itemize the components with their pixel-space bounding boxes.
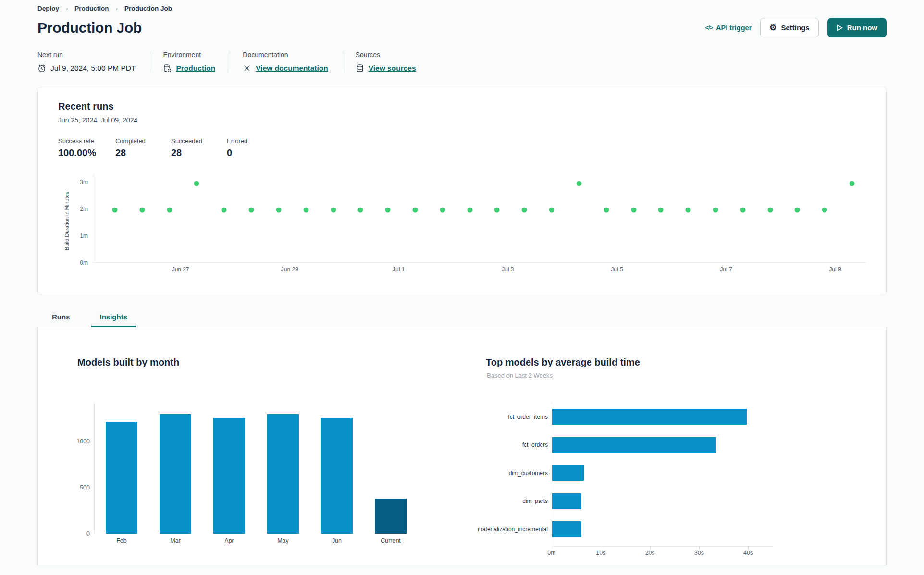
bar-chart-x-label: Mar [170,538,181,544]
run-data-point[interactable] [658,207,664,212]
build-duration-chart: Build Duration in Minutes 0m1m2m3m Jun 2… [58,174,866,281]
model-bar[interactable] [552,465,584,481]
view-documentation-link[interactable]: View documentation [256,64,328,73]
recent-runs-title: Recent runs [58,101,866,112]
stat-completed: Completed 28 [115,137,152,159]
run-data-point[interactable] [549,207,554,212]
page-header: Deploy › Production › Production Job Pro… [0,0,924,73]
breadcrumb-deploy[interactable]: Deploy [37,5,59,12]
run-data-point[interactable] [467,207,472,212]
run-data-point[interactable] [494,207,500,212]
run-data-point[interactable] [167,207,172,212]
bar-chart-x-label: Apr [224,538,234,544]
view-sources-link[interactable]: View sources [369,64,416,73]
api-trigger-link[interactable]: </> API trigger [705,24,752,32]
model-bar[interactable] [552,409,747,425]
run-data-point[interactable] [249,207,254,212]
scatter-x-tick: Jul 3 [502,266,514,273]
tick-mark [552,547,552,549]
run-data-point[interactable] [686,207,691,212]
stat-succeeded: Succeeded 28 [171,137,208,159]
run-data-point[interactable] [740,207,745,212]
month-bar[interactable] [375,499,407,534]
stat-errored: Errored 0 [227,137,263,159]
month-bar[interactable] [321,418,353,534]
run-data-point[interactable] [767,207,773,212]
run-data-point[interactable] [713,207,718,212]
header-actions: </> API trigger ⚙ Settings Run now [705,18,887,37]
database-icon [356,64,364,73]
clock-icon [37,64,46,73]
code-icon: </> [705,24,713,31]
run-data-point[interactable] [112,207,118,212]
scatter-y-tick: 1m [80,232,88,239]
recent-runs-card: Recent runs Jun 25, 2024–Jul 09, 2024 Su… [37,87,887,295]
settings-button[interactable]: ⚙ Settings [760,18,818,37]
run-data-point[interactable] [576,181,581,186]
environment-link[interactable]: Production [176,64,215,73]
bar-chart-y-tick: 0 [86,530,95,537]
bar-chart-x-tick: 10s [596,550,605,556]
page-title: Production Job [37,20,142,36]
breadcrumb-production[interactable]: Production [74,5,109,12]
meta-documentation: Documentation View documentation [230,51,342,73]
run-data-point[interactable] [631,207,636,212]
scatter-plot-area: Jun 27Jun 29Jul 1Jul 3Jul 5Jul 7Jul 9 [93,174,866,263]
tab-bar: Runs Insights [37,313,887,327]
environment-icon [163,64,172,73]
breadcrumb-production-job: Production Job [124,5,172,12]
tick-mark [748,547,749,549]
month-bar[interactable] [213,418,245,534]
tick-mark [650,547,651,549]
model-name-label: fct_orders [432,441,548,448]
run-data-point[interactable] [194,181,199,186]
bar-chart-x-label: May [277,538,289,544]
month-bar[interactable] [106,422,137,534]
bar-chart-y-tick: 500 [80,484,95,491]
tick-mark [601,547,601,549]
recent-runs-date-range: Jun 25, 2024–Jul 09, 2024 [58,116,866,124]
tab-insights[interactable]: Insights [97,313,131,327]
model-name-label: fct_order_items [432,414,548,420]
run-data-point[interactable] [385,207,391,212]
run-data-point[interactable] [795,207,800,212]
chevron-right-icon: › [116,5,118,12]
scatter-y-axis-label: Build Duration in Minutes [64,183,70,259]
scatter-y-tick: 3m [80,179,88,185]
meta-next-run: Next run Jul 9, 2024, 5:00 PM PDT [37,51,150,73]
scatter-x-tick: Jul 7 [720,266,732,273]
stat-success-rate: Success rate 100.00% [58,137,96,159]
run-data-point[interactable] [303,207,308,212]
bar-chart-x-label: Jun [332,538,342,544]
model-bar[interactable] [552,521,581,537]
run-data-point[interactable] [604,207,609,212]
model-name-label: dim_customers [432,470,548,477]
insights-panel: Models built by month 05001000FebMarAprM… [37,327,887,565]
tick-mark [699,547,700,549]
meta-sources: Sources View sources [343,51,431,73]
run-data-point[interactable] [822,207,827,212]
run-now-button[interactable]: Run now [827,18,887,37]
month-bar[interactable] [160,414,191,534]
x-axis-line [552,546,773,547]
tab-runs[interactable]: Runs [49,313,73,327]
model-bar[interactable] [552,437,716,453]
run-data-point[interactable] [358,207,363,212]
run-data-point[interactable] [276,207,281,212]
meta-environment: Environment Production [150,51,230,73]
run-data-point[interactable] [139,207,145,212]
run-data-point[interactable] [440,207,445,212]
run-data-point[interactable] [222,207,227,212]
job-meta-row: Next run Jul 9, 2024, 5:00 PM PDT Enviro… [37,51,887,73]
run-data-point[interactable] [850,181,855,186]
month-bar[interactable] [267,414,299,534]
play-icon [837,24,843,31]
run-data-point[interactable] [522,207,527,212]
scatter-x-tick: Jun 27 [172,266,189,273]
scatter-x-tick: Jul 5 [611,266,623,273]
run-data-point[interactable] [413,207,418,212]
bar-chart-x-tick: 30s [694,550,704,556]
model-name-label: dim_parts [432,498,548,504]
model-bar[interactable] [552,493,581,509]
run-data-point[interactable] [331,207,336,212]
